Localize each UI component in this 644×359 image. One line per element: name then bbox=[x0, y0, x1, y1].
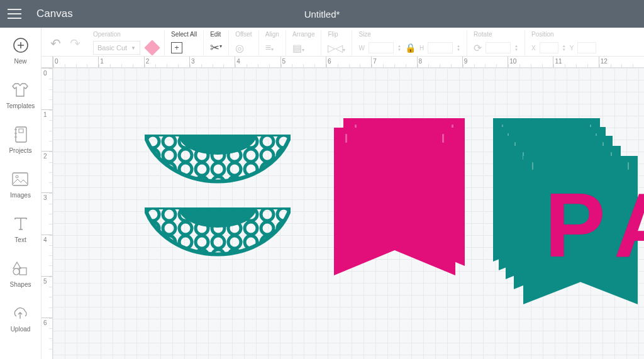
tshirt-icon bbox=[11, 81, 29, 99]
menu-icon[interactable] bbox=[8, 5, 25, 23]
ruler-corner bbox=[42, 57, 53, 68]
arrange-icon[interactable]: ▤▾ bbox=[292, 42, 304, 54]
canvas-area: 0 1 2 3 4 5 6 7 8 9 10 11 12 0 1 2 3 4 5… bbox=[42, 57, 644, 359]
sidebar-item-new[interactable]: New bbox=[12, 36, 30, 65]
size-header: Size bbox=[358, 30, 460, 39]
sidebar-item-shapes[interactable]: Shapes bbox=[10, 260, 31, 288]
sidebar-item-upload[interactable]: Upload bbox=[11, 304, 31, 333]
shapes-icon bbox=[11, 260, 29, 277]
rotate-header: Rotate bbox=[474, 30, 518, 39]
svg-rect-3 bbox=[16, 127, 26, 142]
text-icon bbox=[12, 215, 30, 233]
align-header: Align bbox=[265, 30, 279, 39]
position-header: Position bbox=[531, 30, 596, 39]
svg-rect-4 bbox=[19, 129, 23, 133]
doily-shape-1[interactable] bbox=[145, 135, 291, 204]
height-stepper[interactable]: ▲▼ bbox=[457, 44, 460, 52]
svg-point-12 bbox=[13, 268, 19, 275]
operation-header: Operation bbox=[93, 30, 158, 39]
toolbar: ↶ ↷ Operation Basic Cut▼ Select All + Ed… bbox=[42, 28, 644, 57]
flip-icon[interactable]: ▷◁▾ bbox=[328, 42, 345, 54]
svg-rect-8 bbox=[13, 173, 28, 185]
align-icon[interactable]: ≡▾ bbox=[265, 42, 274, 53]
pink-banner-front[interactable] bbox=[334, 128, 455, 275]
select-all-header: Select All bbox=[171, 30, 197, 39]
x-input[interactable] bbox=[540, 42, 558, 53]
width-stepper[interactable]: ▲▼ bbox=[397, 44, 401, 52]
sidebar-item-templates[interactable]: Templates bbox=[6, 81, 35, 109]
design-canvas[interactable]: P A bbox=[53, 68, 644, 359]
offset-icon[interactable]: ◎ bbox=[235, 42, 244, 54]
letter-P[interactable]: P bbox=[545, 180, 606, 271]
sidebar-item-label: Upload bbox=[11, 326, 31, 333]
height-label: H bbox=[419, 45, 424, 52]
offset-header: Offset bbox=[235, 30, 252, 39]
sidebar-item-projects[interactable]: Projects bbox=[9, 126, 31, 154]
rotate-stepper[interactable]: ▲▼ bbox=[514, 44, 518, 52]
undo-icon[interactable]: ↶ bbox=[50, 36, 61, 51]
operation-select[interactable]: Basic Cut▼ bbox=[93, 41, 140, 55]
edit-tools-icon[interactable]: ✂▾ bbox=[210, 41, 222, 55]
notebook-icon bbox=[12, 126, 30, 143]
sidebar-item-label: New bbox=[14, 58, 26, 65]
ruler-horizontal: 0 1 2 3 4 5 6 7 8 9 10 11 12 bbox=[53, 57, 644, 68]
sidebar-item-label: Shapes bbox=[10, 281, 31, 288]
svg-rect-11 bbox=[19, 268, 26, 275]
ruler-vertical: 0 1 2 3 4 5 6 bbox=[42, 68, 53, 359]
cloud-upload-icon bbox=[11, 304, 29, 322]
flip-header: Flip bbox=[328, 30, 345, 39]
sidebar-item-images[interactable]: Images bbox=[10, 170, 31, 199]
lock-aspect-icon[interactable]: 🔒 bbox=[405, 43, 416, 53]
rotate-input[interactable] bbox=[486, 42, 511, 53]
sidebar-item-label: Images bbox=[10, 192, 31, 199]
arrange-header: Arrange bbox=[292, 30, 315, 39]
document-title[interactable]: Untitled* bbox=[304, 9, 340, 19]
letter-A[interactable]: A bbox=[614, 180, 644, 271]
redo-icon[interactable]: ↷ bbox=[70, 36, 80, 51]
sidebar-item-label: Projects bbox=[9, 147, 31, 154]
app-title: Canvas bbox=[36, 8, 73, 20]
plus-circle-icon bbox=[12, 36, 30, 54]
width-label: W bbox=[358, 45, 364, 52]
image-icon bbox=[11, 170, 29, 188]
left-sidebar: New Templates Projects Images Text Shape… bbox=[0, 28, 42, 359]
app-bar: Canvas Untitled* bbox=[0, 0, 644, 28]
x-label: X bbox=[531, 45, 536, 52]
height-input[interactable] bbox=[428, 42, 453, 53]
x-stepper[interactable]: ▲▼ bbox=[562, 44, 566, 52]
sidebar-item-label: Templates bbox=[6, 102, 35, 109]
y-label: Y bbox=[570, 45, 574, 52]
svg-point-9 bbox=[16, 175, 18, 178]
edit-header: Edit bbox=[210, 30, 222, 39]
sidebar-item-label: Text bbox=[14, 236, 26, 243]
rotate-icon[interactable]: ⟳ bbox=[474, 42, 482, 54]
width-input[interactable] bbox=[369, 42, 394, 53]
select-all-button[interactable]: + bbox=[171, 42, 182, 53]
operation-color-icon[interactable] bbox=[144, 40, 160, 55]
sidebar-item-text[interactable]: Text bbox=[12, 215, 30, 243]
y-input[interactable] bbox=[577, 42, 596, 53]
doily-shape-2[interactable] bbox=[145, 207, 291, 277]
